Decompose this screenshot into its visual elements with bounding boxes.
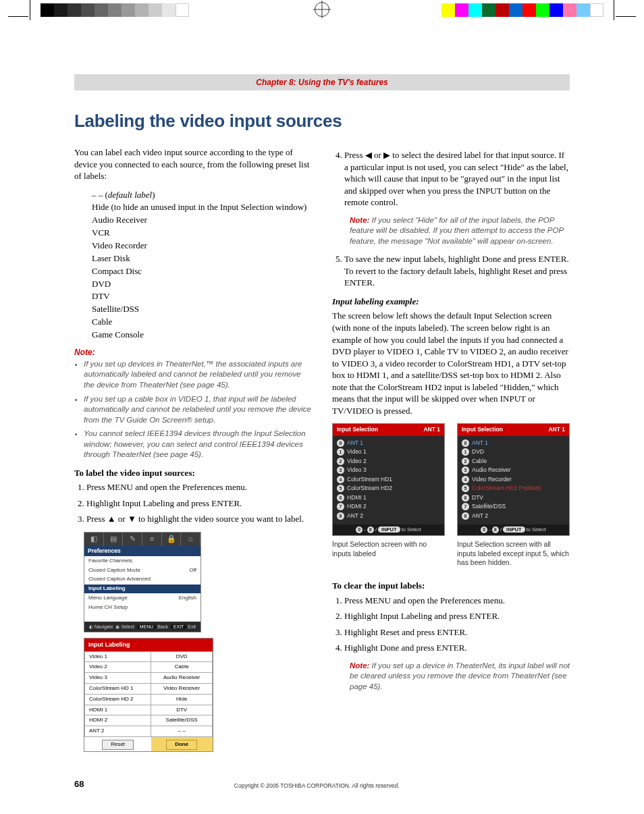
osd-reset-button: Reset (102, 740, 134, 750)
color-bar (441, 3, 603, 17)
label-item: VCR (92, 227, 312, 240)
example-heading: Input labeling example: (332, 296, 570, 308)
osd-row-highlighted: Input Labeling (84, 585, 200, 594)
step-item: To save the new input labels, highlight … (344, 253, 570, 289)
step-item: Press ◀ or ▶ to select the desired label… (344, 149, 570, 209)
osd-tab-icon: 🔒 (162, 533, 182, 546)
label-default: – – (default label) (92, 189, 312, 202)
osd-nav-hint: ◐ Navigate ◉ Select MENU Back EXIT Exit (84, 622, 200, 632)
label-hide: Hide (to hide an unused input in the Inp… (92, 201, 312, 214)
page-title: Labeling the video input sources (74, 111, 570, 132)
osd-input-labeling-screenshot: Input Labeling Video 1DVD Video 2Cable V… (84, 638, 213, 751)
page-content: Chapter 8: Using the TV's features Label… (0, 34, 644, 814)
note-item: If you set up devices in TheaterNet,™ th… (84, 359, 312, 391)
label-item: Cable (92, 316, 312, 329)
osd-preferences-screenshot: ◧ ▤ ✎ ≡ 🔒 ⌂ Preferences Favorite Channel… (84, 532, 201, 633)
osd-section-title: Preferences (84, 546, 200, 556)
steps-continued: Press ◀ or ▶ to select the desired label… (344, 149, 570, 209)
inline-note: Note: If you select "Hide" for all of th… (350, 215, 570, 247)
clear-heading: To clear the input labels: (332, 580, 570, 592)
step-item: Highlight Input Labeling and press ENTER… (86, 497, 312, 510)
label-item: Laser Disk (92, 252, 312, 265)
caption-right: Input Selection screen with all inputs l… (457, 540, 570, 568)
osd-input-selection-default: Input SelectionANT 1 0ANT 1 1Video 1 2Vi… (332, 423, 445, 536)
step-item: Press ▲ or ▼ to highlight the video sour… (86, 513, 312, 525)
label-item: Compact Disc (92, 265, 312, 278)
osd-tab-icon: ≡ (142, 533, 162, 546)
note-item: If you set up a cable box in VIDEO 1, th… (84, 394, 312, 426)
label-item: DTV (92, 290, 312, 303)
label-item: Audio Receiver (92, 214, 312, 227)
intro-paragraph: You can label each video input source ac… (74, 146, 312, 182)
osd-row: Closed Caption Advanced (84, 575, 200, 585)
osd-tab-icon: ▤ (104, 533, 124, 546)
copyright-text: Copyright © 2005 TOSHIBA CORPORATION. Al… (84, 782, 549, 789)
label-item: DVD (92, 278, 312, 291)
osd-row: Closed Caption ModeOff (84, 566, 200, 575)
step-item: Press MENU and open the Preferences menu… (344, 595, 570, 607)
howto-heading: To label the video input sources: (74, 467, 312, 479)
example-body: The screen below left shows the default … (332, 310, 570, 416)
osd-row: Home CH Setup (84, 603, 200, 612)
page-number: 68 (74, 779, 84, 789)
caption-left: Input Selection screen with no inputs la… (332, 540, 445, 568)
page-footer: 68 Copyright © 2005 TOSHIBA CORPORATION.… (74, 779, 570, 789)
howto-steps: Press MENU and open the Preferences menu… (86, 481, 312, 525)
osd-done-button: Done (166, 740, 197, 750)
chapter-header: Chapter 8: Using the TV's features (74, 74, 570, 90)
inline-note: Note: If you set up a device in TheaterN… (350, 661, 570, 693)
right-column: Press ◀ or ▶ to select the desired label… (332, 146, 570, 752)
clear-steps: Press MENU and open the Preferences menu… (344, 595, 570, 654)
left-column: You can label each video input source ac… (74, 146, 312, 752)
registration-mark-icon (315, 2, 329, 17)
step-item: Highlight Input Labeling and press ENTER… (344, 610, 570, 622)
note-heading: Note: (74, 347, 312, 358)
step-item: Press MENU and open the Preferences menu… (86, 481, 312, 493)
preset-label-list: – – (default label) Hide (to hide an unu… (92, 189, 312, 342)
step-item: Highlight Done and press ENTER. (344, 642, 570, 654)
osd-row: Menu LanguageEnglish (84, 593, 200, 603)
label-item: Game Console (92, 329, 312, 342)
osd-input-selection-labeled: Input SelectionANT 1 0ANT 1 1DVD 2Cable … (457, 423, 570, 536)
osd-row: Favorite Channels (84, 556, 200, 566)
grayscale-bar (41, 3, 189, 17)
note-list: If you set up devices in TheaterNet,™ th… (74, 359, 312, 460)
osd-header: Input Labeling (84, 639, 213, 651)
label-item: Video Recorder (92, 240, 312, 252)
step-item: Highlight Reset and press ENTER. (344, 626, 570, 639)
osd-tab-icon: ◧ (84, 533, 104, 546)
screenshot-captions: Input Selection screen with no inputs la… (332, 540, 570, 568)
printer-marks-top (0, 0, 644, 34)
note-item: You cannot select IEEE1394 devices throu… (84, 429, 312, 460)
label-item: Satellite/DSS (92, 303, 312, 316)
steps-continued-2: To save the new input labels, highlight … (344, 253, 570, 289)
osd-tab-icon: ⌂ (181, 533, 200, 546)
osd-tab-icon: ✎ (123, 533, 142, 546)
